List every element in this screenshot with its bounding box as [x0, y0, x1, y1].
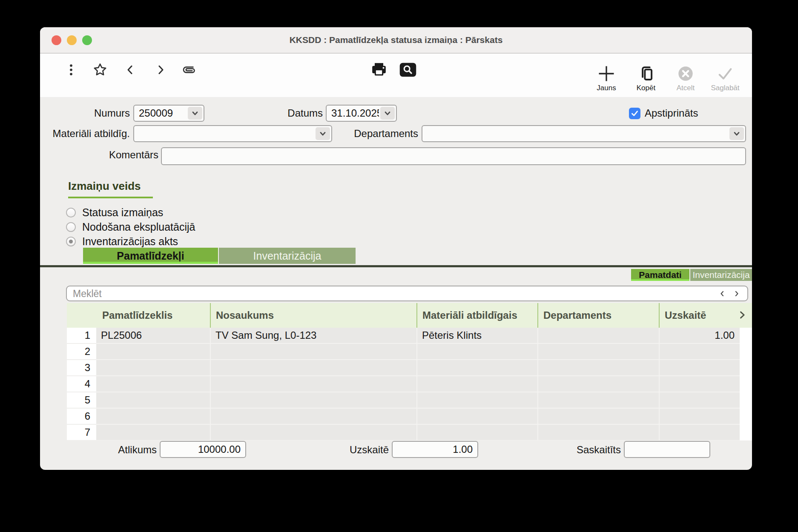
cell-pamatlidzeklis[interactable]: PL25006 — [96, 328, 210, 344]
forward-icon[interactable] — [151, 60, 170, 79]
cell-nosaukums[interactable] — [210, 409, 416, 425]
column-header-departaments[interactable]: Departaments — [543, 303, 611, 328]
table-row[interactable]: 3 — [67, 360, 740, 376]
cell-materiali[interactable] — [416, 344, 537, 360]
cell-departaments[interactable] — [537, 425, 659, 440]
apstiprinats-checkbox[interactable] — [629, 108, 640, 119]
radio-icon[interactable] — [66, 208, 76, 217]
column-header-uzskaite[interactable]: Uzskaitē — [665, 303, 706, 328]
column-header-materiali-atbildigais[interactable]: Materiāli atbildīgais — [422, 303, 517, 328]
cell-materiali[interactable] — [416, 425, 537, 440]
column-separator — [416, 303, 417, 328]
radio-inventarizacijas-akts[interactable]: Inventarizācijas akts — [66, 234, 178, 249]
table-row[interactable]: 7 — [67, 425, 740, 440]
new-record-label: Jauns — [597, 84, 616, 92]
tab-pamatdati[interactable]: Pamatdati — [631, 269, 689, 281]
cell-departaments[interactable] — [537, 360, 659, 376]
copy-record-button[interactable]: Kopēt — [626, 65, 666, 92]
cell-pamatlidzeklis[interactable] — [96, 409, 210, 425]
cell-pamatlidzeklis[interactable] — [96, 392, 210, 409]
table-row[interactable]: 1 PL25006 TV Sam Sung, L0-123 Pēteris Kl… — [67, 328, 740, 344]
tab-inventarizacija-detail[interactable]: Inventarizācija — [690, 269, 752, 281]
apstiprinats-label: Apstiprināts — [645, 106, 738, 120]
cell-uzskaite[interactable] — [659, 360, 740, 376]
datums-combobox[interactable]: 31.10.2025 — [326, 105, 397, 122]
cell-materiali[interactable] — [416, 409, 537, 425]
cell-uzskaite[interactable]: 1.00 — [659, 328, 740, 344]
desktop-background: KKSDD : Pamatlīdzekļa statusa izmaiņa : … — [0, 0, 798, 532]
chevron-left-icon[interactable] — [717, 289, 728, 299]
window-titlebar[interactable]: KKSDD : Pamatlīdzekļa statusa izmaiņa : … — [40, 27, 752, 54]
row-number[interactable]: 5 — [67, 392, 96, 409]
materiali-atbildig-combobox[interactable] — [133, 125, 332, 142]
favorite-star-icon[interactable] — [91, 60, 109, 79]
cell-uzskaite[interactable] — [659, 409, 740, 425]
row-number[interactable]: 7 — [67, 425, 96, 440]
print-icon[interactable] — [370, 60, 388, 79]
cell-pamatlidzeklis[interactable] — [96, 344, 210, 360]
chevron-down-icon[interactable] — [188, 107, 202, 120]
cell-nosaukums[interactable] — [210, 344, 416, 360]
tab-pamatlidzekli[interactable]: Pamatlīdzekļi — [83, 248, 218, 264]
cell-uzskaite[interactable] — [659, 425, 740, 440]
cell-uzskaite[interactable] — [659, 376, 740, 392]
cell-uzskaite[interactable] — [659, 344, 740, 360]
cell-materiali[interactable] — [416, 360, 537, 376]
cell-departaments[interactable] — [537, 328, 659, 344]
row-number[interactable]: 2 — [67, 344, 96, 360]
kebab-menu-icon[interactable] — [62, 60, 80, 79]
new-record-button[interactable]: Jauns — [587, 65, 626, 92]
cell-departaments[interactable] — [537, 376, 659, 392]
attachment-icon[interactable] — [180, 60, 199, 79]
cell-nosaukums[interactable] — [210, 376, 416, 392]
radio-selected-icon[interactable] — [66, 237, 76, 246]
komentars-input[interactable] — [161, 147, 746, 165]
cell-departaments[interactable] — [537, 344, 659, 360]
chevron-right-icon[interactable] — [731, 289, 742, 299]
more-columns-icon[interactable] — [738, 310, 747, 320]
column-header-nosaukums[interactable]: Nosaukums — [216, 303, 274, 328]
radio-nodosana-ekspluatacija[interactable]: Nodošana ekspluatācijā — [66, 220, 195, 234]
tab-inventarizacija[interactable]: Inventarizācija — [219, 248, 356, 264]
departaments-combobox[interactable] — [422, 125, 746, 142]
numurs-label: Numurs — [66, 106, 130, 120]
chevron-down-icon[interactable] — [316, 127, 330, 140]
cell-pamatlidzeklis[interactable] — [96, 425, 210, 440]
cell-nosaukums[interactable] — [210, 392, 416, 409]
cell-materiali[interactable] — [416, 392, 537, 409]
table-row[interactable]: 2 — [67, 344, 740, 360]
cell-materiali[interactable] — [416, 376, 537, 392]
row-number[interactable]: 4 — [67, 376, 96, 392]
materiali-atbildig-label: Materiāli atbildīg. — [49, 127, 130, 140]
search-record-icon[interactable] — [399, 60, 417, 79]
saskaitits-field[interactable] — [624, 441, 710, 458]
search-bar — [66, 286, 748, 301]
cell-uzskaite[interactable] — [659, 392, 740, 409]
numurs-combobox[interactable]: 250009 — [133, 105, 204, 122]
cell-nosaukums[interactable]: TV Sam Sung, L0-123 — [210, 328, 416, 344]
atlikums-field[interactable]: 10000.00 — [160, 441, 246, 458]
cell-nosaukums[interactable] — [210, 360, 416, 376]
row-number[interactable]: 3 — [67, 360, 96, 376]
column-separator — [537, 303, 538, 328]
cell-departaments[interactable] — [537, 409, 659, 425]
back-icon[interactable] — [121, 60, 140, 79]
cell-pamatlidzeklis[interactable] — [96, 376, 210, 392]
row-number[interactable]: 6 — [67, 409, 96, 425]
column-header-pamatlidzeklis[interactable]: Pamatlīdzeklis — [102, 303, 172, 328]
cell-departaments[interactable] — [537, 392, 659, 409]
cancel-label: Atcelt — [677, 84, 695, 92]
table-row[interactable]: 4 — [67, 376, 740, 392]
cell-nosaukums[interactable] — [210, 425, 416, 440]
search-input[interactable] — [72, 287, 704, 300]
cell-pamatlidzeklis[interactable] — [96, 360, 210, 376]
table-row[interactable]: 6 — [67, 409, 740, 425]
radio-icon[interactable] — [66, 222, 76, 232]
cell-materiali[interactable]: Pēteris Klints — [416, 328, 537, 344]
chevron-down-icon[interactable] — [380, 107, 395, 120]
table-row[interactable]: 5 — [67, 392, 740, 409]
row-number[interactable]: 1 — [67, 328, 96, 344]
uzskaite-field[interactable]: 1.00 — [392, 441, 478, 458]
chevron-down-icon[interactable] — [729, 127, 744, 140]
radio-statusa-izmainas[interactable]: Statusa izmaiņas — [66, 205, 163, 220]
